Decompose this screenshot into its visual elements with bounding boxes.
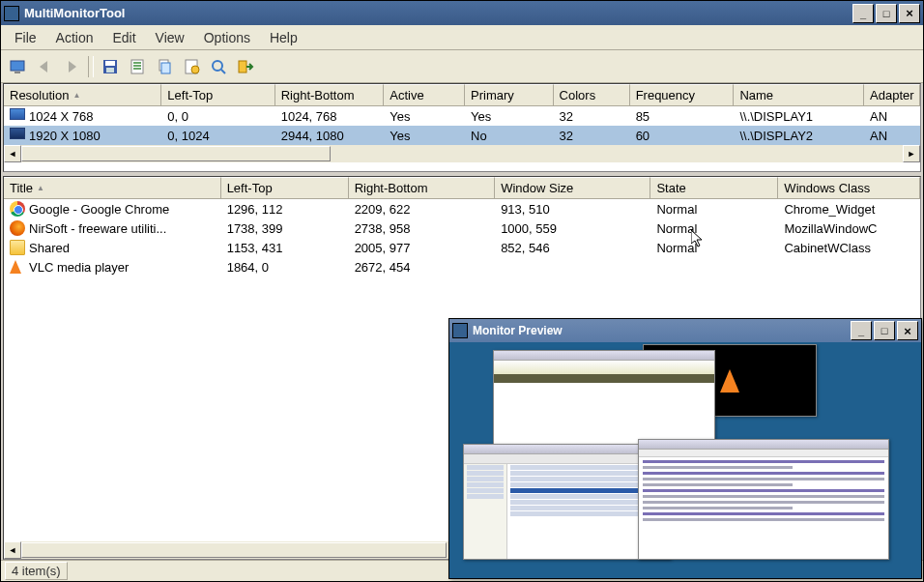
maximize-button[interactable]: □	[876, 4, 897, 23]
app-title: MultiMonitorTool	[24, 6, 852, 20]
table-row[interactable]: VLC media player1864, 02672, 454	[4, 257, 920, 276]
table-cell: 2005, 977	[349, 238, 496, 257]
folder-icon	[10, 240, 25, 255]
table-row[interactable]: Google - Google Chrome1296, 1122209, 622…	[4, 199, 920, 218]
table-cell: Yes	[384, 106, 465, 126]
scroll-left-button[interactable]: ◄	[4, 145, 21, 162]
window-controls: _ □ ×	[851, 321, 918, 340]
table-row[interactable]: 1024 X 7680, 01024, 768YesYes3285\\.\DIS…	[4, 106, 920, 126]
monitor-icon[interactable]	[5, 54, 30, 79]
table-cell: 852, 546	[495, 238, 650, 257]
table-cell: Normal	[650, 218, 778, 238]
column-header[interactable]: Left-Top	[221, 177, 349, 199]
app-icon	[452, 323, 468, 338]
column-header[interactable]: Frequency	[630, 84, 735, 106]
preview-titlebar[interactable]: Monitor Preview _ □ ×	[449, 319, 921, 342]
vlc-icon	[10, 259, 25, 275]
table-row[interactable]: Shared1153, 4312005, 977852, 546NormalCa…	[4, 238, 920, 257]
menu-view[interactable]: View	[146, 27, 194, 48]
exit-icon[interactable]	[233, 54, 258, 79]
monitor-icon	[10, 128, 25, 143]
column-header[interactable]: Resolution▲	[4, 84, 161, 106]
table-cell: 85	[630, 106, 735, 126]
column-header[interactable]: Right-Bottom	[275, 84, 385, 106]
window-controls: _ □ ×	[852, 4, 920, 23]
preview-thumb-chrome	[493, 350, 715, 451]
horizontal-scrollbar[interactable]: ◄ ►	[4, 145, 920, 162]
table-cell	[650, 257, 778, 276]
titlebar[interactable]: MultiMonitorTool _ □ ×	[1, 1, 923, 25]
table-cell: No	[465, 126, 554, 145]
table-cell	[778, 257, 920, 276]
menu-file[interactable]: File	[5, 27, 46, 48]
monitor-preview-window[interactable]: Monitor Preview _ □ ×	[448, 318, 922, 579]
column-header[interactable]: State	[650, 177, 778, 199]
close-button[interactable]: ×	[899, 4, 920, 23]
preview-content	[449, 342, 921, 578]
table-cell: Yes	[384, 126, 465, 145]
svg-rect-11	[239, 61, 246, 73]
table-cell: 2672, 454	[349, 257, 496, 276]
close-button[interactable]: ×	[897, 321, 918, 340]
svg-rect-1	[14, 72, 20, 73]
column-header[interactable]: Primary	[465, 84, 554, 106]
column-header[interactable]: Window Size	[495, 177, 650, 199]
svg-rect-4	[106, 68, 114, 73]
scroll-thumb[interactable]	[21, 542, 447, 558]
scroll-left-button[interactable]: ◄	[4, 541, 21, 559]
menu-help[interactable]: Help	[260, 27, 307, 48]
table-cell: 32	[554, 126, 630, 145]
minimize-button[interactable]: _	[852, 4, 874, 23]
back-arrow-icon	[32, 54, 57, 79]
menu-options[interactable]: Options	[194, 27, 260, 48]
cursor-icon	[691, 230, 707, 254]
table-cell: Normal	[650, 199, 778, 218]
svg-point-10	[213, 61, 222, 71]
status-item-count: 4 item(s)	[5, 562, 68, 580]
copy-icon[interactable]	[152, 54, 177, 79]
forward-arrow-icon	[59, 54, 84, 79]
table-cell: 2209, 622	[349, 199, 496, 218]
table-cell	[495, 257, 650, 276]
column-header[interactable]: Windows Class	[778, 177, 920, 199]
table-cell: \\.\DISPLAY1	[734, 106, 864, 126]
table-cell: MozillaWindowC	[778, 218, 920, 238]
svg-rect-3	[105, 61, 115, 66]
monitor-icon	[10, 108, 25, 124]
refresh-icon[interactable]	[125, 54, 150, 79]
scroll-track[interactable]	[21, 145, 903, 162]
minimize-button[interactable]: _	[851, 321, 872, 340]
find-icon[interactable]	[206, 54, 231, 79]
column-header[interactable]: Colors	[554, 84, 630, 106]
table-cell: \\.\DISPLAY2	[734, 126, 864, 145]
scroll-right-button[interactable]: ►	[903, 145, 920, 162]
table-cell: VLC media player	[4, 257, 221, 276]
scroll-thumb[interactable]	[21, 146, 331, 161]
column-header[interactable]: Adapter	[864, 84, 920, 106]
preview-thumb-firefox	[638, 439, 889, 560]
column-header[interactable]: Name	[734, 84, 864, 106]
table-cell: 1024 X 768	[4, 106, 161, 126]
table-cell: 2738, 958	[349, 218, 496, 238]
monitors-listview[interactable]: Resolution▲Left-TopRight-BottomActivePri…	[3, 83, 921, 172]
save-icon[interactable]	[98, 54, 123, 79]
column-header[interactable]: Active	[384, 84, 465, 106]
column-header[interactable]: Right-Bottom	[349, 177, 496, 199]
table-cell: Normal	[650, 238, 778, 257]
table-cell: 1738, 399	[221, 218, 349, 238]
svg-point-9	[191, 66, 199, 73]
chrome-icon	[10, 201, 25, 217]
table-cell: 1296, 112	[221, 199, 349, 218]
column-header[interactable]: Title▲	[4, 177, 221, 199]
table-cell: AN	[864, 126, 920, 145]
svg-rect-5	[131, 60, 143, 73]
table-row[interactable]: 1920 X 10800, 10242944, 1080YesNo3260\\.…	[4, 126, 920, 145]
maximize-button[interactable]: □	[874, 321, 895, 340]
menu-edit[interactable]: Edit	[102, 27, 145, 48]
column-header[interactable]: Left-Top	[161, 84, 274, 106]
table-row[interactable]: NirSoft - freeware utiliti...1738, 39927…	[4, 218, 920, 238]
table-cell: 32	[554, 106, 630, 126]
properties-icon[interactable]	[179, 54, 204, 79]
menu-action[interactable]: Action	[46, 27, 103, 48]
table-cell: 60	[630, 126, 735, 145]
